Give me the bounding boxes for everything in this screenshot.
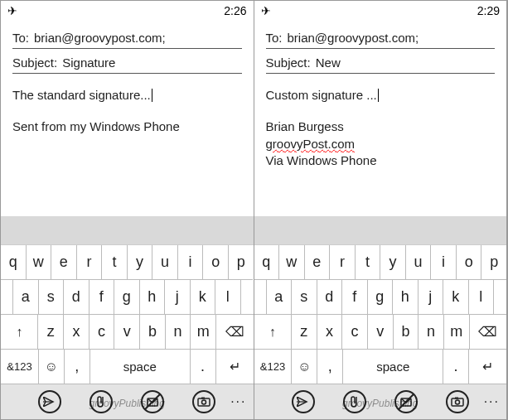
- key-w[interactable]: w: [27, 245, 52, 280]
- key-c[interactable]: c: [90, 315, 115, 350]
- attach-button[interactable]: [343, 390, 366, 413]
- key-e[interactable]: e: [51, 245, 77, 280]
- to-field[interactable]: To: brian@groovypost.com;: [12, 26, 242, 49]
- key-enter[interactable]: ↵: [469, 350, 506, 384]
- key-backspace[interactable]: ⌫: [470, 315, 506, 350]
- compose-header: To: brian@groovypost.com; Subject: Signa…: [1, 21, 254, 75]
- key-g[interactable]: g: [114, 280, 140, 315]
- key-enter[interactable]: ↵: [216, 350, 254, 384]
- key-comma[interactable]: ,: [317, 350, 343, 384]
- key-x[interactable]: x: [64, 315, 90, 350]
- close-button[interactable]: [141, 390, 164, 413]
- key-y[interactable]: y: [128, 245, 153, 280]
- subject-field[interactable]: Subject: Signature: [12, 51, 242, 74]
- key-space[interactable]: space: [343, 350, 443, 384]
- key-j[interactable]: j: [165, 280, 191, 315]
- key-l[interactable]: l: [215, 280, 241, 315]
- key-period[interactable]: .: [191, 350, 216, 384]
- key-s[interactable]: s: [292, 280, 317, 315]
- status-bar: ✈ 2:26: [1, 1, 254, 21]
- key-shift[interactable]: ↑: [1, 315, 38, 350]
- key-c[interactable]: c: [342, 315, 368, 350]
- key-w[interactable]: w: [279, 245, 305, 280]
- key-b[interactable]: b: [394, 315, 419, 350]
- message-body[interactable]: The standard signature... Sent from my W…: [1, 75, 254, 216]
- kb-row-3: ↑ z x c v b n m ⌫: [254, 315, 507, 350]
- subject-field[interactable]: Subject: New: [266, 51, 496, 74]
- close-button[interactable]: [394, 390, 418, 413]
- key-n[interactable]: n: [418, 315, 444, 350]
- key-comma[interactable]: ,: [65, 350, 90, 384]
- key-t[interactable]: t: [102, 245, 128, 280]
- key-d[interactable]: d: [64, 280, 90, 315]
- more-button[interactable]: ...: [230, 391, 246, 406]
- svg-rect-9: [455, 398, 458, 399]
- key-x[interactable]: x: [317, 315, 343, 350]
- kb-row-4: &123 ☺ , space . ↵: [1, 350, 254, 384]
- key-g[interactable]: g: [368, 280, 394, 315]
- key-period[interactable]: .: [443, 350, 469, 384]
- key-m[interactable]: m: [191, 315, 216, 350]
- camera-button[interactable]: [446, 390, 469, 413]
- subject-value: Signature: [62, 56, 115, 70]
- key-u[interactable]: u: [152, 245, 178, 280]
- key-p[interactable]: p: [229, 245, 254, 280]
- key-symbols[interactable]: &123: [254, 350, 293, 384]
- clock: 2:26: [224, 4, 246, 17]
- suggestion-bar[interactable]: [254, 216, 507, 244]
- key-emoji[interactable]: ☺: [39, 350, 65, 384]
- key-q[interactable]: q: [254, 245, 280, 280]
- key-v[interactable]: v: [368, 315, 394, 350]
- key-r[interactable]: r: [77, 245, 103, 280]
- key-r[interactable]: r: [330, 245, 356, 280]
- key-k[interactable]: k: [191, 280, 216, 315]
- phone-right: ✈ 2:29 To: brian@groovypost.com; Subject…: [254, 1, 508, 419]
- key-h[interactable]: h: [393, 280, 418, 315]
- camera-button[interactable]: [192, 390, 215, 413]
- attach-button[interactable]: [90, 390, 113, 413]
- key-shift[interactable]: ↑: [254, 315, 292, 350]
- to-value: brian@groovypost.com;: [288, 31, 419, 45]
- kb-row-2: a s d f g h j k l: [254, 280, 507, 315]
- key-n[interactable]: n: [166, 315, 191, 350]
- key-h[interactable]: h: [140, 280, 166, 315]
- key-o[interactable]: o: [203, 245, 229, 280]
- suggestion-bar[interactable]: [1, 216, 254, 244]
- key-backspace[interactable]: ⌫: [216, 315, 253, 350]
- signature-line: Via Windows Phone: [266, 152, 496, 169]
- key-i[interactable]: i: [431, 245, 457, 280]
- key-a[interactable]: a: [13, 280, 39, 315]
- key-d[interactable]: d: [317, 280, 343, 315]
- key-j[interactable]: j: [418, 280, 444, 315]
- key-f[interactable]: f: [342, 280, 368, 315]
- key-v[interactable]: v: [114, 315, 140, 350]
- more-button[interactable]: ...: [484, 391, 500, 406]
- send-button[interactable]: [292, 390, 315, 413]
- keyboard: q w e r t y u i o p a s d f g h j k l ↑ …: [254, 244, 507, 384]
- key-a[interactable]: a: [267, 280, 293, 315]
- key-space[interactable]: space: [90, 350, 191, 384]
- key-i[interactable]: i: [178, 245, 204, 280]
- subject-label: Subject:: [266, 56, 311, 70]
- signature-block: Brian Burgess groovyPost.com Via Windows…: [266, 118, 496, 169]
- key-y[interactable]: y: [380, 245, 406, 280]
- key-m[interactable]: m: [444, 315, 470, 350]
- key-emoji[interactable]: ☺: [292, 350, 317, 384]
- send-button[interactable]: [38, 390, 61, 413]
- message-body[interactable]: Custom signature ... Brian Burgess groov…: [254, 75, 507, 216]
- key-o[interactable]: o: [457, 245, 482, 280]
- key-symbols[interactable]: &123: [1, 350, 39, 384]
- key-b[interactable]: b: [140, 315, 166, 350]
- key-p[interactable]: p: [481, 245, 506, 280]
- key-q[interactable]: q: [1, 245, 27, 280]
- key-s[interactable]: s: [39, 280, 65, 315]
- key-z[interactable]: z: [292, 315, 317, 350]
- key-l[interactable]: l: [469, 280, 495, 315]
- to-field[interactable]: To: brian@groovypost.com;: [266, 26, 496, 49]
- key-e[interactable]: e: [305, 245, 331, 280]
- key-f[interactable]: f: [90, 280, 115, 315]
- key-k[interactable]: k: [443, 280, 469, 315]
- key-t[interactable]: t: [356, 245, 381, 280]
- key-z[interactable]: z: [38, 315, 64, 350]
- key-u[interactable]: u: [406, 245, 432, 280]
